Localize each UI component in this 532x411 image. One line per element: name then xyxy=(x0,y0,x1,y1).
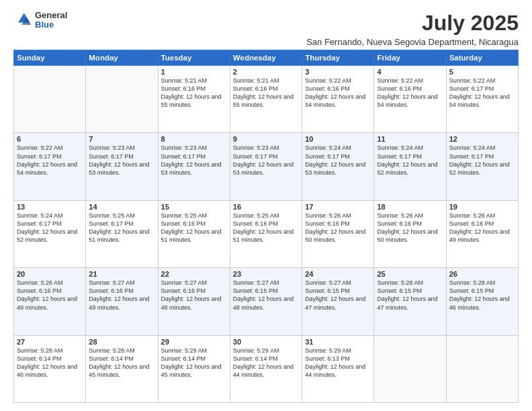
day-number: 26 xyxy=(449,270,515,278)
day-info: Sunrise: 5:29 AM Sunset: 6:14 PM Dayligh… xyxy=(233,347,299,379)
day-info: Sunrise: 5:26 AM Sunset: 6:16 PM Dayligh… xyxy=(377,212,443,244)
day-number: 28 xyxy=(89,338,154,346)
calendar-week-row: 13Sunrise: 5:24 AM Sunset: 6:17 PM Dayli… xyxy=(14,200,519,267)
day-info: Sunrise: 5:29 AM Sunset: 6:14 PM Dayligh… xyxy=(161,347,227,379)
day-number: 21 xyxy=(89,270,154,278)
day-info: Sunrise: 5:28 AM Sunset: 6:15 PM Dayligh… xyxy=(377,279,443,312)
day-number: 13 xyxy=(17,203,83,211)
day-info: Sunrise: 5:24 AM Sunset: 6:17 PM Dayligh… xyxy=(305,144,371,177)
day-info: Sunrise: 5:26 AM Sunset: 6:16 PM Dayligh… xyxy=(305,212,371,244)
calendar-cell: 28Sunrise: 5:28 AM Sunset: 6:14 PM Dayli… xyxy=(86,335,158,402)
day-info: Sunrise: 5:25 AM Sunset: 6:16 PM Dayligh… xyxy=(233,212,299,244)
day-header-sunday: Sunday xyxy=(14,50,86,66)
day-header-thursday: Thursday xyxy=(302,50,374,66)
day-number: 27 xyxy=(17,338,83,346)
day-info: Sunrise: 5:21 AM Sunset: 6:16 PM Dayligh… xyxy=(233,77,299,109)
calendar-cell: 26Sunrise: 5:28 AM Sunset: 6:15 PM Dayli… xyxy=(446,268,518,335)
day-info: Sunrise: 5:21 AM Sunset: 6:16 PM Dayligh… xyxy=(161,77,227,109)
day-number: 19 xyxy=(449,203,515,211)
day-number: 16 xyxy=(233,203,299,211)
calendar-cell: 12Sunrise: 5:24 AM Sunset: 6:17 PM Dayli… xyxy=(446,133,518,200)
day-info: Sunrise: 5:25 AM Sunset: 6:16 PM Dayligh… xyxy=(161,212,227,244)
calendar-cell: 11Sunrise: 5:24 AM Sunset: 6:17 PM Dayli… xyxy=(374,133,446,200)
day-number: 22 xyxy=(161,270,227,278)
day-info: Sunrise: 5:22 AM Sunset: 6:16 PM Dayligh… xyxy=(377,77,443,109)
calendar-cell: 16Sunrise: 5:25 AM Sunset: 6:16 PM Dayli… xyxy=(230,200,302,267)
day-header-friday: Friday xyxy=(374,50,446,66)
calendar-cell: 19Sunrise: 5:26 AM Sunset: 6:16 PM Dayli… xyxy=(446,200,518,267)
calendar-cell: 20Sunrise: 5:26 AM Sunset: 6:16 PM Dayli… xyxy=(14,268,86,335)
calendar-cell: 4Sunrise: 5:22 AM Sunset: 6:16 PM Daylig… xyxy=(374,66,446,133)
day-number: 6 xyxy=(17,135,83,143)
day-number: 1 xyxy=(161,68,227,76)
day-number: 20 xyxy=(17,270,83,278)
logo-icon xyxy=(13,11,32,30)
calendar-week-row: 27Sunrise: 5:28 AM Sunset: 6:14 PM Dayli… xyxy=(14,335,519,402)
day-number: 30 xyxy=(233,338,299,346)
day-info: Sunrise: 5:23 AM Sunset: 6:17 PM Dayligh… xyxy=(233,144,299,177)
day-info: Sunrise: 5:27 AM Sunset: 6:15 PM Dayligh… xyxy=(305,279,371,312)
calendar-cell xyxy=(14,66,86,133)
calendar-week-row: 1Sunrise: 5:21 AM Sunset: 6:16 PM Daylig… xyxy=(14,66,519,133)
calendar-cell: 24Sunrise: 5:27 AM Sunset: 6:15 PM Dayli… xyxy=(302,268,374,335)
day-number: 11 xyxy=(377,135,443,143)
day-number: 10 xyxy=(305,135,371,143)
calendar-cell: 25Sunrise: 5:28 AM Sunset: 6:15 PM Dayli… xyxy=(374,268,446,335)
day-number: 29 xyxy=(161,338,227,346)
calendar-cell: 21Sunrise: 5:27 AM Sunset: 6:16 PM Dayli… xyxy=(86,268,158,335)
day-number: 18 xyxy=(377,203,443,211)
day-info: Sunrise: 5:22 AM Sunset: 6:17 PM Dayligh… xyxy=(17,144,83,177)
calendar-cell: 23Sunrise: 5:27 AM Sunset: 6:15 PM Dayli… xyxy=(230,268,302,335)
logo: General Blue xyxy=(13,11,67,30)
day-number: 3 xyxy=(305,68,371,76)
day-info: Sunrise: 5:28 AM Sunset: 6:14 PM Dayligh… xyxy=(17,347,83,379)
day-info: Sunrise: 5:24 AM Sunset: 6:17 PM Dayligh… xyxy=(17,212,83,244)
day-info: Sunrise: 5:24 AM Sunset: 6:17 PM Dayligh… xyxy=(377,144,443,177)
calendar-cell: 1Sunrise: 5:21 AM Sunset: 6:16 PM Daylig… xyxy=(158,66,230,133)
calendar-header-row: SundayMondayTuesdayWednesdayThursdayFrid… xyxy=(14,50,519,66)
main-title: July 2025 xyxy=(306,11,519,36)
day-number: 12 xyxy=(449,135,515,143)
day-number: 5 xyxy=(449,68,515,76)
day-number: 14 xyxy=(89,203,154,211)
day-info: Sunrise: 5:26 AM Sunset: 6:16 PM Dayligh… xyxy=(449,212,515,244)
day-info: Sunrise: 5:28 AM Sunset: 6:15 PM Dayligh… xyxy=(449,279,515,312)
logo-blue: Blue xyxy=(35,20,67,30)
calendar-cell: 15Sunrise: 5:25 AM Sunset: 6:16 PM Dayli… xyxy=(158,200,230,267)
day-info: Sunrise: 5:23 AM Sunset: 6:17 PM Dayligh… xyxy=(161,144,227,177)
day-number: 31 xyxy=(305,338,371,346)
calendar-cell: 5Sunrise: 5:22 AM Sunset: 6:17 PM Daylig… xyxy=(446,66,518,133)
calendar-cell: 10Sunrise: 5:24 AM Sunset: 6:17 PM Dayli… xyxy=(302,133,374,200)
calendar-cell: 7Sunrise: 5:23 AM Sunset: 6:17 PM Daylig… xyxy=(86,133,158,200)
day-header-saturday: Saturday xyxy=(446,50,518,66)
day-number: 2 xyxy=(233,68,299,76)
calendar-cell: 9Sunrise: 5:23 AM Sunset: 6:17 PM Daylig… xyxy=(230,133,302,200)
day-number: 24 xyxy=(305,270,371,278)
day-header-monday: Monday xyxy=(86,50,158,66)
calendar-table: SundayMondayTuesdayWednesdayThursdayFrid… xyxy=(13,50,519,403)
day-header-tuesday: Tuesday xyxy=(158,50,230,66)
calendar-cell: 30Sunrise: 5:29 AM Sunset: 6:14 PM Dayli… xyxy=(230,335,302,402)
day-number: 9 xyxy=(233,135,299,143)
calendar-cell: 27Sunrise: 5:28 AM Sunset: 6:14 PM Dayli… xyxy=(14,335,86,402)
logo-general: General xyxy=(35,11,67,20)
calendar-cell: 18Sunrise: 5:26 AM Sunset: 6:16 PM Dayli… xyxy=(374,200,446,267)
header: General Blue July 2025 San Fernando, Nue… xyxy=(13,11,519,47)
day-number: 4 xyxy=(377,68,443,76)
day-info: Sunrise: 5:23 AM Sunset: 6:17 PM Dayligh… xyxy=(89,144,154,177)
day-number: 7 xyxy=(89,135,154,143)
day-header-wednesday: Wednesday xyxy=(230,50,302,66)
calendar-cell: 17Sunrise: 5:26 AM Sunset: 6:16 PM Dayli… xyxy=(302,200,374,267)
day-info: Sunrise: 5:25 AM Sunset: 6:17 PM Dayligh… xyxy=(89,212,154,244)
day-info: Sunrise: 5:29 AM Sunset: 6:13 PM Dayligh… xyxy=(305,347,371,379)
day-number: 23 xyxy=(233,270,299,278)
day-number: 8 xyxy=(161,135,227,143)
day-info: Sunrise: 5:27 AM Sunset: 6:16 PM Dayligh… xyxy=(89,279,154,312)
day-info: Sunrise: 5:28 AM Sunset: 6:14 PM Dayligh… xyxy=(89,347,154,379)
day-info: Sunrise: 5:24 AM Sunset: 6:17 PM Dayligh… xyxy=(449,144,515,177)
calendar-cell: 3Sunrise: 5:22 AM Sunset: 6:16 PM Daylig… xyxy=(302,66,374,133)
day-info: Sunrise: 5:22 AM Sunset: 6:16 PM Dayligh… xyxy=(305,77,371,109)
calendar-cell: 13Sunrise: 5:24 AM Sunset: 6:17 PM Dayli… xyxy=(14,200,86,267)
calendar-cell: 6Sunrise: 5:22 AM Sunset: 6:17 PM Daylig… xyxy=(14,133,86,200)
title-section: July 2025 San Fernando, Nueva Segovia De… xyxy=(306,11,519,47)
